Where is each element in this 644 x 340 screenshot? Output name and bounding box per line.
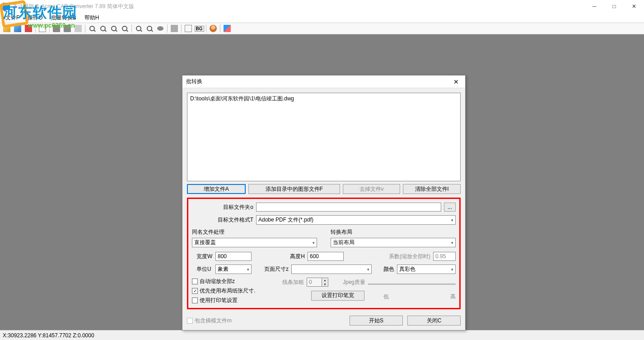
width-input[interactable]	[215, 252, 252, 261]
close-button[interactable]: ✕	[624, 0, 644, 13]
prefer-layout-paper-checkbox[interactable]: ✓ 优先使用布局纸张尺寸.	[192, 287, 273, 295]
add-dir-files-button[interactable]: 添加目录中的图形文件F	[248, 184, 340, 194]
view-button[interactable]	[155, 24, 165, 33]
factor-input	[433, 252, 456, 261]
dialog-close-btn[interactable]: 关闭C	[407, 316, 461, 326]
color-select[interactable]: 真彩色 ▾	[397, 264, 456, 274]
zoom-all-button[interactable]	[145, 24, 154, 33]
save-button[interactable]	[13, 24, 23, 33]
copy-icon	[75, 25, 82, 32]
color-value: 真彩色	[399, 265, 415, 273]
convert-button[interactable]	[222, 24, 232, 33]
target-folder-input[interactable]	[256, 203, 441, 212]
layout-value: 当前布局	[333, 239, 355, 246]
menu-batch[interactable]: 批量转换B	[47, 13, 80, 23]
bg-color-button[interactable]: BG	[194, 24, 204, 33]
save-icon	[14, 25, 21, 32]
app-icon	[3, 3, 10, 10]
zoom-prev-icon	[122, 26, 127, 31]
line-weight-spinner: 0 ▲▼	[307, 278, 328, 287]
separator-icon	[167, 24, 168, 33]
layers-icon	[171, 25, 178, 32]
unit-select[interactable]: 象素 ▾	[215, 264, 252, 274]
separator-icon	[131, 24, 132, 33]
zoom-in-icon	[89, 26, 95, 31]
zoom-out-icon	[100, 26, 106, 31]
zoom-in-button[interactable]	[87, 24, 97, 33]
menu-operate[interactable]: 操作O	[24, 13, 46, 23]
browse-folder-button[interactable]: ...	[444, 203, 456, 212]
target-format-select[interactable]: Adobe PDF 文件(*.pdf) ▾	[256, 215, 456, 225]
same-name-label: 同名文件处理	[192, 228, 317, 236]
batch-convert-dialog: 批转换 ✕ D:\tools\桌面\河东软件园\1\电信竣工图.dwg 增加文件…	[182, 75, 466, 331]
print-button[interactable]	[51, 24, 61, 33]
file-list-item[interactable]: D:\tools\桌面\河东软件园\1\电信竣工图.dwg	[190, 95, 457, 103]
layers-button[interactable]	[169, 24, 179, 33]
height-label: 高度H	[284, 253, 305, 260]
jpeg-quality-slider	[368, 280, 456, 285]
add-files-button[interactable]: 增加文件A	[187, 184, 246, 194]
toolbar: BG	[0, 23, 644, 34]
menu-help[interactable]: 帮助H	[81, 13, 103, 23]
zoom-prev-button[interactable]	[120, 24, 130, 33]
checkbox-icon	[192, 298, 198, 303]
prefer-layout-paper-label: 优先使用布局纸张尺寸.	[200, 287, 255, 295]
chevron-down-icon: ▾	[451, 218, 453, 222]
page-size-select[interactable]: ▾	[291, 264, 372, 274]
page-size-label: 页面尺寸z	[263, 265, 289, 273]
separator-icon	[181, 24, 182, 33]
separator-icon	[85, 24, 85, 33]
set-pen-width-button[interactable]: 设置打印笔宽	[311, 291, 364, 301]
file-list[interactable]: D:\tools\桌面\河东软件园\1\电信竣工图.dwg	[187, 93, 461, 181]
info-button[interactable]	[183, 24, 193, 33]
auto-scale-label: 自动缩放全部z	[200, 278, 235, 285]
delete-button[interactable]	[23, 24, 33, 33]
open-button[interactable]	[2, 24, 12, 33]
unit-value: 象素	[218, 265, 229, 273]
status-coords: X:30923.2286 Y:81457.7702 Z:0.0000	[3, 332, 94, 339]
spinner-up-icon: ▲	[322, 278, 328, 282]
factor-label: 系数(缩放全部时)	[389, 253, 430, 260]
line-weight-value: 0	[307, 278, 322, 286]
same-name-select[interactable]: 直接覆盖 ▾	[192, 238, 317, 247]
remove-file-button[interactable]: 去掉文件v	[343, 184, 401, 194]
print-icon	[64, 25, 71, 32]
dialog-title: 批转换	[186, 78, 202, 85]
bg-icon: BG	[195, 26, 204, 32]
email-button[interactable]	[37, 24, 47, 33]
email-icon	[39, 25, 46, 32]
dialog-close-button[interactable]: ✕	[451, 76, 462, 87]
about-button[interactable]	[208, 24, 218, 33]
person-icon	[210, 25, 217, 32]
layout-select[interactable]: 当前布局 ▾	[331, 238, 456, 247]
zoom-fit-button[interactable]	[134, 24, 144, 33]
zoom-fit-icon	[136, 26, 141, 31]
clear-all-button[interactable]: 清除全部文件l	[403, 184, 461, 194]
menu-file[interactable]: 文件F	[2, 13, 23, 23]
eye-icon	[157, 26, 163, 31]
auto-scale-checkbox[interactable]: 自动缩放全部z	[192, 278, 273, 285]
zoom-window-button[interactable]	[109, 24, 119, 33]
chevron-down-icon: ▾	[367, 267, 369, 272]
maximize-button[interactable]: □	[604, 0, 624, 13]
checkbox-icon	[192, 279, 198, 284]
convert-icon	[224, 25, 231, 32]
chevron-down-icon: ▾	[451, 241, 453, 245]
print2-button[interactable]	[62, 24, 72, 33]
canvas-area: 批转换 ✕ D:\tools\桌面\河东软件园\1\电信竣工图.dwg 增加文件…	[0, 34, 644, 330]
chevron-down-icon: ▾	[313, 241, 315, 245]
zoom-out-button[interactable]	[98, 24, 108, 33]
separator-icon	[49, 24, 50, 33]
start-button[interactable]: 开始S	[350, 316, 403, 326]
main-titlebar: 未注册版本 Acme CAD Converter 7.89 简体中文版 ─ □ …	[0, 0, 644, 13]
copy-button[interactable]	[73, 24, 83, 33]
jpeg-high-label: 高	[450, 293, 456, 301]
separator-icon	[35, 24, 36, 33]
target-folder-label: 目标文件夹o	[192, 203, 253, 211]
menubar: 文件F 操作O 批量转换B 帮助H	[0, 13, 644, 23]
unit-label: 单位U	[192, 265, 213, 273]
height-input[interactable]	[308, 252, 344, 261]
minimize-button[interactable]: ─	[584, 0, 604, 13]
color-label: 颜色	[383, 265, 394, 273]
use-pen-checkbox[interactable]: 使用打印笔设置	[192, 297, 273, 304]
